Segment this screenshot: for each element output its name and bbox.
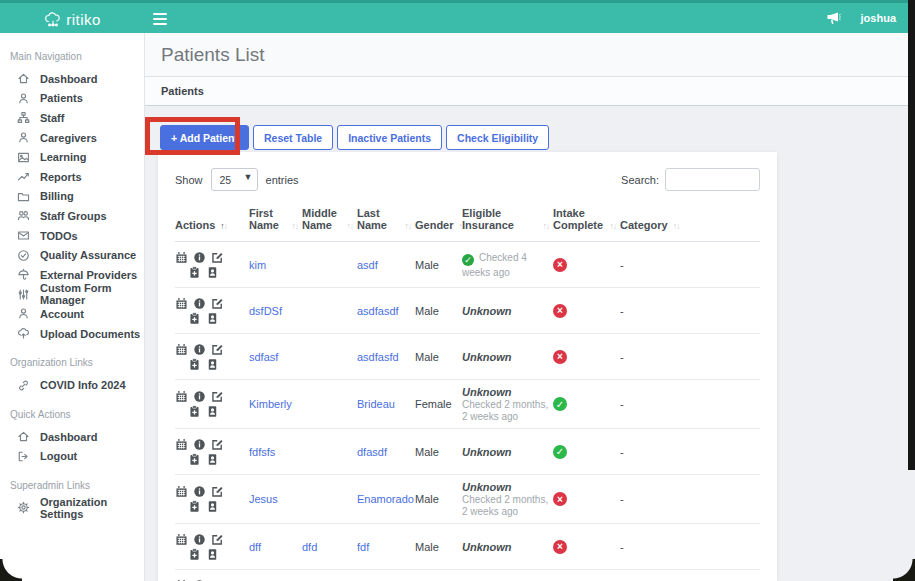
edit-icon[interactable] (211, 485, 224, 498)
table-row: fdfsfsdfasdfMaleUnknown ✓- (175, 429, 760, 475)
contact-card-icon[interactable] (206, 312, 219, 325)
sort-arrows-icon[interactable]: ↑↓ (405, 221, 412, 231)
patient-name-link[interactable]: Brideau (357, 398, 395, 410)
clipboard-icon[interactable] (188, 266, 201, 279)
patient-name-link[interactable]: dff (249, 541, 261, 553)
edit-icon[interactable] (211, 297, 224, 310)
patient-name-link[interactable]: fdfsfs (249, 446, 275, 458)
sort-arrows-icon[interactable]: ↑↓ (543, 221, 550, 231)
patient-name-link[interactable]: fdf (357, 541, 369, 553)
edit-icon[interactable] (211, 251, 224, 264)
sort-arrows-icon[interactable]: ↑↓ (347, 221, 354, 231)
patient-name-link[interactable]: Kimberly (249, 398, 292, 410)
patient-name-link[interactable]: sdfasf (249, 351, 278, 363)
contact-card-icon[interactable] (206, 500, 219, 513)
check-eligibility-button[interactable]: Check Eligibility (446, 125, 549, 150)
announcements-megaphone-icon[interactable] (827, 12, 841, 24)
contact-card-icon[interactable] (206, 453, 219, 466)
sidebar-toggle-hamburger-icon[interactable] (153, 13, 167, 25)
page-size-select[interactable]: 25 (211, 168, 258, 191)
edit-icon[interactable] (211, 533, 224, 546)
sidebar-item-caregivers[interactable]: Caregivers (0, 128, 144, 148)
reset-table-button[interactable]: Reset Table (253, 125, 333, 150)
sidebar-item-logout[interactable]: Logout (0, 447, 144, 467)
chart-icon (17, 170, 31, 184)
clipboard-icon[interactable] (188, 500, 201, 513)
edit-icon[interactable] (211, 343, 224, 356)
patient-name-link[interactable]: dfd (302, 541, 317, 553)
sidebar-item-staff[interactable]: Staff (0, 108, 144, 128)
filler-cell (690, 288, 760, 334)
edit-icon[interactable] (211, 390, 224, 403)
column-header-first-name[interactable]: First Name↑↓ (249, 203, 302, 242)
sidebar-item-dashboard[interactable]: Dashboard (0, 69, 144, 89)
info-icon[interactable] (193, 485, 206, 498)
add-patient-button[interactable]: + Add Patient (160, 125, 249, 150)
column-header-gender[interactable]: Gender↑↓ (415, 203, 462, 242)
sort-arrows-icon[interactable]: ↑↓ (220, 221, 227, 231)
sidebar-item-billing[interactable]: Billing (0, 187, 144, 207)
search-input[interactable] (665, 168, 760, 191)
calendar-icon[interactable] (175, 485, 188, 498)
sidebar-item-staff-groups[interactable]: Staff Groups (0, 206, 144, 226)
patient-name-link[interactable]: asdf (357, 259, 378, 271)
patient-name-link[interactable]: dfasdf (357, 446, 387, 458)
info-icon[interactable] (193, 438, 206, 451)
column-header-category[interactable]: Category↑↓ (620, 203, 690, 242)
column-header-eligible-insurance[interactable]: Eligible Insurance↑↓ (462, 203, 553, 242)
sidebar-item-todos[interactable]: TODOs (0, 226, 144, 246)
calendar-icon[interactable] (175, 390, 188, 403)
calendar-icon[interactable] (175, 533, 188, 546)
patient-name-link[interactable]: dsfDSf (249, 305, 282, 317)
sidebar-item-learning[interactable]: Learning (0, 147, 144, 167)
patient-name-link[interactable]: Jesus (249, 493, 278, 505)
column-header-middle-name[interactable]: Middle Name↑↓ (302, 203, 357, 242)
clipboard-icon[interactable] (188, 548, 201, 561)
filler-cell (690, 475, 760, 524)
user-menu[interactable]: joshua (861, 12, 896, 24)
clipboard-icon[interactable] (188, 405, 201, 418)
calendar-icon[interactable] (175, 343, 188, 356)
calendar-icon[interactable] (175, 251, 188, 264)
contact-card-icon[interactable] (206, 548, 219, 561)
column-header-last-name[interactable]: Last Name↑↓ (357, 203, 415, 242)
breadcrumb[interactable]: Patients (161, 85, 204, 97)
patient-name-link[interactable]: kim (249, 259, 266, 271)
patient-name-link[interactable]: Enamorado (357, 493, 414, 505)
sidebar-item-dashboard[interactable]: Dashboard (0, 427, 144, 447)
edit-icon[interactable] (211, 438, 224, 451)
column-header-actions[interactable]: Actions↑↓ (175, 203, 249, 242)
calendar-icon[interactable] (175, 438, 188, 451)
category-cell: - (620, 524, 690, 570)
info-icon[interactable] (193, 390, 206, 403)
contact-card-icon[interactable] (206, 266, 219, 279)
contact-card-icon[interactable] (206, 405, 219, 418)
contact-card-icon[interactable] (206, 358, 219, 371)
clipboard-icon[interactable] (188, 312, 201, 325)
info-icon[interactable] (193, 533, 206, 546)
sort-arrows-icon[interactable]: ↑↓ (610, 221, 617, 231)
sort-arrows-icon[interactable]: ↑↓ (292, 221, 299, 231)
clipboard-icon[interactable] (188, 453, 201, 466)
column-header-intake-complete[interactable]: Intake Complete↑↓ (553, 203, 620, 242)
sidebar-item-reports[interactable]: Reports (0, 167, 144, 187)
info-icon[interactable] (193, 343, 206, 356)
inactive-patients-button[interactable]: Inactive Patients (337, 125, 442, 150)
sort-arrows-icon[interactable]: ↑↓ (673, 221, 680, 231)
patient-name-link[interactable]: asdfasdf (357, 305, 399, 317)
user-group-icon (17, 209, 31, 223)
patient-name-link[interactable]: asdfasfd (357, 351, 399, 363)
brand-logo[interactable]: ritiko (0, 6, 145, 33)
sidebar-item-account[interactable]: Account (0, 304, 144, 324)
calendar-icon[interactable] (175, 297, 188, 310)
sidebar-item-quality-assurance[interactable]: Quality Assurance (0, 245, 144, 265)
sidebar-item-covid-info-2024[interactable]: COVID Info 2024 (0, 375, 144, 395)
clipboard-icon[interactable] (188, 358, 201, 371)
info-icon[interactable] (193, 251, 206, 264)
sidebar-item-patients[interactable]: Patients (0, 89, 144, 109)
info-icon[interactable] (193, 297, 206, 310)
sidebar-item-custom-form-manager[interactable]: Custom Form Manager (0, 285, 144, 305)
sidebar-item-organization-settings[interactable]: Organization Settings (0, 498, 144, 518)
sidebar-section-title: Organization Links (10, 357, 134, 368)
sidebar-item-upload-documents[interactable]: Upload Documents (0, 324, 144, 344)
